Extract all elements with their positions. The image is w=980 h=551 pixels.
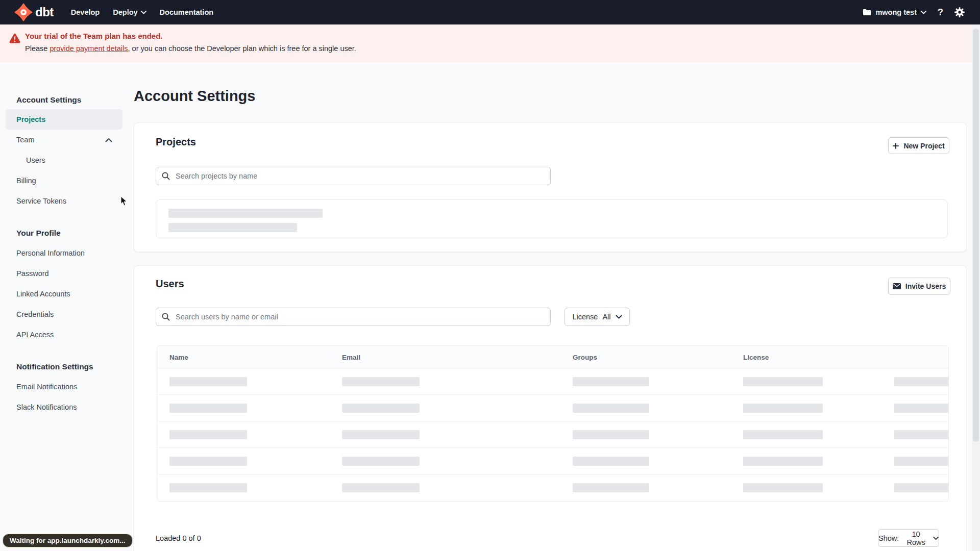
banner-text: , or you can choose the Developer plan w… <box>128 44 356 53</box>
loaded-count-text: Loaded 0 of 0 <box>156 534 201 542</box>
skeleton-bar <box>743 483 823 492</box>
folder-icon <box>863 9 871 16</box>
sidebar-item-slack-notifications[interactable]: Slack Notifications <box>6 397 122 417</box>
skeleton-bar <box>743 404 823 413</box>
dbt-logo-icon <box>14 3 33 21</box>
column-header-groups: Groups <box>573 346 597 368</box>
skeleton-bar <box>342 377 420 386</box>
payment-details-link[interactable]: provide payment details <box>50 44 128 53</box>
sidebar-item-label: API Access <box>16 331 54 339</box>
users-search <box>156 308 551 326</box>
skeleton-bar <box>342 457 420 466</box>
nav-item-deploy[interactable]: Deploy <box>113 8 146 16</box>
sidebar-item-label: Linked Accounts <box>16 290 70 298</box>
sidebar-item-linked-accounts[interactable]: Linked Accounts <box>6 284 122 304</box>
invite-users-button[interactable]: Invite Users <box>888 278 950 295</box>
show-rows-label: Show: <box>878 534 899 542</box>
new-project-button[interactable]: New Project <box>888 137 949 154</box>
skeleton-bar <box>573 377 649 386</box>
column-header-email: Email <box>342 346 360 368</box>
sidebar-item-label: Credentials <box>16 310 54 318</box>
sidebar-item-email-notifications[interactable]: Email Notifications <box>6 377 122 397</box>
skeleton-bar <box>894 404 949 413</box>
sidebar-item-label: Slack Notifications <box>16 403 77 411</box>
skeleton-bar <box>573 430 649 439</box>
sidebar-item-service-tokens[interactable]: Service Tokens <box>6 191 122 211</box>
skeleton-bar <box>743 457 823 466</box>
envelope-icon <box>893 283 901 289</box>
sidebar-item-team[interactable]: Team <box>6 130 122 150</box>
mouse-cursor <box>120 196 128 206</box>
sidebar-item-label: Team <box>16 136 34 144</box>
sidebar-item-label: Users <box>26 156 45 164</box>
search-icon <box>162 172 170 180</box>
skeleton-bar <box>573 404 649 413</box>
chevron-down-icon <box>933 536 939 540</box>
help-icon[interactable]: ? <box>938 8 943 17</box>
chevron-down-icon <box>921 11 926 14</box>
scrollbar-thumb[interactable] <box>973 29 979 442</box>
nav-develop-label: Develop <box>71 8 100 16</box>
sidebar-item-label: Email Notifications <box>16 383 77 391</box>
show-rows-value: 10 Rows <box>903 530 928 546</box>
skeleton-bar <box>894 457 949 466</box>
skeleton-bar <box>342 483 420 492</box>
sidebar-item-label: Service Tokens <box>16 197 66 205</box>
table-row-skeleton <box>157 448 948 474</box>
settings-sidebar: Account Settings Projects Team Users Bil… <box>6 91 122 417</box>
projects-search-input[interactable] <box>156 167 551 185</box>
table-row-skeleton <box>157 395 948 421</box>
sidebar-heading-your-profile: Your Profile <box>6 223 122 243</box>
scrollbar-track[interactable] <box>972 24 980 551</box>
search-icon <box>162 313 170 321</box>
table-row-skeleton <box>157 474 948 501</box>
license-filter-value: All <box>602 313 610 321</box>
skeleton-bar <box>573 483 649 492</box>
sidebar-item-billing[interactable]: Billing <box>6 170 122 191</box>
chevron-down-icon <box>141 11 146 14</box>
skeleton-bar <box>743 430 823 439</box>
skeleton-bar <box>342 430 420 439</box>
dbt-logo[interactable]: dbt <box>14 3 54 21</box>
nav-item-documentation[interactable]: Documentation <box>160 8 214 16</box>
skeleton-bar <box>169 404 247 413</box>
nav-menu: Develop Deploy Documentation <box>71 8 213 16</box>
chevron-up-icon <box>105 138 112 142</box>
sidebar-item-api-access[interactable]: API Access <box>6 324 122 345</box>
sidebar-item-users[interactable]: Users <box>6 150 122 170</box>
license-filter-label: License <box>572 313 598 321</box>
license-filter-dropdown[interactable]: License All <box>565 308 630 326</box>
projects-loading-placeholder <box>156 199 948 238</box>
show-rows-dropdown[interactable]: Show: 10 Rows <box>878 529 939 547</box>
users-table: Name Email Groups License <box>157 345 949 502</box>
nav-item-develop[interactable]: Develop <box>71 8 100 16</box>
sidebar-item-password[interactable]: Password <box>6 263 122 284</box>
trial-ended-banner: Your trial of the Team plan has ended. P… <box>0 24 980 62</box>
account-name: mwong test <box>875 8 917 16</box>
sidebar-item-credentials[interactable]: Credentials <box>6 304 122 324</box>
banner-title: Your trial of the Team plan has ended. <box>25 32 163 40</box>
dbt-logo-text: dbt <box>35 5 54 19</box>
users-search-input[interactable] <box>156 308 551 326</box>
chevron-down-icon <box>616 315 622 319</box>
skeleton-bar <box>894 483 949 492</box>
users-table-header: Name Email Groups License <box>157 346 948 368</box>
invite-users-label: Invite Users <box>905 282 946 290</box>
skeleton-bar <box>169 457 247 466</box>
users-card-title: Users <box>156 278 184 290</box>
sidebar-heading-account-settings: Account Settings <box>6 91 122 109</box>
sidebar-item-label: Projects <box>16 115 45 123</box>
account-switcher[interactable]: mwong test <box>863 8 926 16</box>
projects-search <box>156 167 551 185</box>
sidebar-item-label: Personal Information <box>16 249 85 257</box>
sidebar-item-projects[interactable]: Projects <box>6 109 122 130</box>
skeleton-bar <box>894 377 949 386</box>
gear-icon[interactable] <box>954 7 965 17</box>
warning-icon <box>9 33 20 43</box>
projects-card-title: Projects <box>156 136 196 148</box>
skeleton-bar <box>169 377 247 386</box>
skeleton-bar <box>168 209 323 218</box>
column-header-name: Name <box>169 346 188 368</box>
sidebar-item-label: Password <box>16 269 49 278</box>
sidebar-item-personal-information[interactable]: Personal Information <box>6 243 122 263</box>
